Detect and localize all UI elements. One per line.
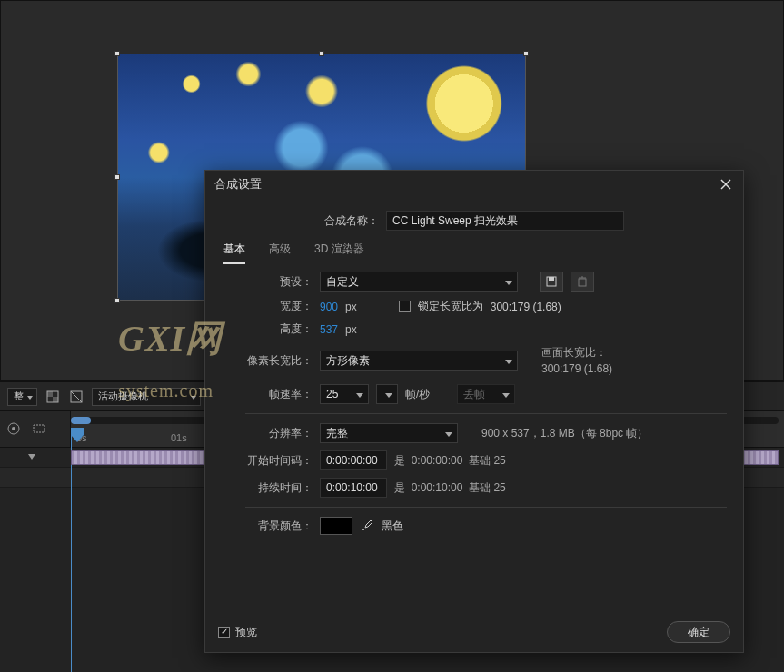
camera-dropdown[interactable]: 活动摄像机 [92,388,201,406]
bg-color-name: 黑色 [382,519,403,534]
svg-marker-9 [28,454,35,460]
frame-aspect-info: 画面长宽比： 300:179 (1.68) [541,344,612,377]
resolution-label: 分辨率： [245,426,313,441]
eyedropper-icon[interactable] [360,519,374,533]
start-timecode-input[interactable] [320,450,387,470]
svg-rect-13 [549,277,554,281]
duration-info: 是 0:00:10:00 基础 25 [394,479,506,496]
par-label: 像素长宽比： [245,353,313,369]
fps-input[interactable]: 25 [320,384,369,404]
lock-aspect-checkbox[interactable] [399,301,411,312]
svg-line-4 [71,391,82,402]
frame-blend-icon[interactable] [31,420,47,437]
height-value[interactable]: 537 [320,323,338,336]
resize-handle[interactable] [114,51,120,56]
duration-input[interactable] [320,478,387,498]
bg-color-swatch[interactable] [320,517,352,535]
svg-marker-8 [71,428,84,442]
preset-label: 预设： [245,274,313,290]
svg-point-6 [12,427,15,430]
tab-basic[interactable]: 基本 [223,242,245,264]
save-preset-button[interactable] [540,272,563,292]
height-label: 高度： [245,321,313,337]
svg-rect-14 [579,279,586,286]
resize-handle[interactable] [523,51,529,56]
tab-advanced[interactable]: 高级 [269,242,291,264]
fps-label: 帧速率： [245,387,313,402]
svg-rect-7 [34,425,45,432]
lock-aspect-value: 300:179 (1.68) [491,301,561,313]
fps-spinner[interactable] [376,384,398,404]
svg-rect-1 [47,391,53,397]
delete-preset-button[interactable] [571,272,594,292]
mask-icon[interactable] [68,389,84,405]
resolution-info: 900 x 537，1.8 MB（每 8bpc 帧） [481,425,648,441]
fps-unit: 帧/秒 [405,387,430,402]
lock-aspect-label: 锁定长宽比为 [418,299,483,314]
chevron-down-icon[interactable] [27,451,36,464]
start-timecode-info: 是 0:00:00:00 基础 25 [394,452,506,469]
height-unit: px [345,323,357,336]
resolution-dropdown[interactable]: 完整 [320,423,458,443]
width-label: 宽度： [245,299,313,314]
start-timecode-label: 开始时间码： [245,453,313,469]
transparency-grid-icon[interactable] [45,389,61,405]
dialog-title: 合成设置 [214,176,262,193]
resize-handle[interactable] [114,174,120,180]
width-value[interactable]: 900 [320,301,338,313]
svg-rect-2 [53,397,58,402]
ok-button[interactable]: 确定 [667,621,730,643]
preview-label: 预览 [235,625,257,640]
close-button[interactable] [718,176,734,193]
duration-label: 持续时间： [245,480,313,496]
tab-renderer[interactable]: 3D 渲染器 [314,242,364,264]
comp-name-label: 合成名称： [324,213,379,229]
time-navigator-thumb[interactable] [71,417,91,424]
resize-handle[interactable] [114,298,120,303]
preset-dropdown[interactable]: 自定义 [320,272,518,292]
resolution-dropdown[interactable]: 整 [7,388,37,406]
pixel-aspect-dropdown[interactable]: 方形像素 [320,351,518,371]
preview-checkbox[interactable] [218,627,230,638]
width-unit: px [345,301,357,313]
composition-settings-dialog: 合成设置 合成名称： 基本 高级 3D 渲染器 预设： 自定义 [204,170,744,653]
comp-name-input[interactable] [386,211,624,231]
bg-color-label: 背景颜色： [245,519,313,534]
dropframe-dropdown: 丢帧 [457,384,515,404]
playhead[interactable] [71,428,84,442]
shy-icon[interactable] [5,420,22,437]
resize-handle[interactable] [319,51,324,56]
svg-point-17 [362,529,364,530]
ruler-tick-label: 01s [171,432,187,443]
